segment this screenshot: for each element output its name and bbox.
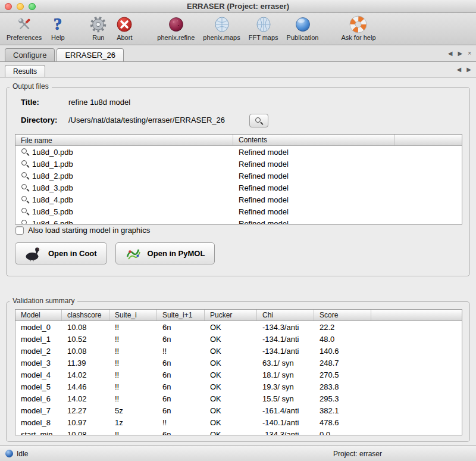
cell-pucker: OK: [205, 382, 257, 391]
cell-clashscore: 12.27: [62, 406, 109, 415]
column-header-empty: [371, 310, 462, 320]
cell-chi: -161.4/anti: [257, 406, 314, 415]
toolbar-button-phenix-refine[interactable]: phenix.refine: [153, 14, 199, 41]
toolbar-label: Preferences: [7, 34, 42, 41]
toolbar-label: Run: [92, 34, 104, 41]
validation-row[interactable]: model_1 10.52 !! 6n OK -134.1/anti 48.0: [15, 333, 462, 345]
file-row[interactable]: 1u8d_0.pdb Refined model: [15, 146, 462, 158]
fft-maps-mesh-icon: [255, 14, 272, 34]
file-row[interactable]: 1u8d_1.pdb Refined model: [15, 158, 462, 170]
toolbar-button-run[interactable]: Run: [85, 14, 111, 41]
toolbar-label: Ask for help: [341, 34, 375, 41]
checkbox-label[interactable]: Also load starting model in graphics: [28, 226, 150, 235]
validation-row[interactable]: start_min 10.08 !! 6n OK -134.3/anti 0.0: [15, 428, 462, 435]
toolbar-button-phenix-maps[interactable]: phenix.maps: [199, 14, 244, 41]
cell-model: model_8: [15, 418, 62, 427]
tab-close-icon[interactable]: ×: [468, 51, 471, 57]
validation-row[interactable]: model_5 14.46 !! 6n OK 19.3/ syn 283.8: [15, 381, 462, 393]
cell-pucker: OK: [205, 418, 257, 427]
browse-directory-button[interactable]: [249, 114, 268, 127]
magnifier-icon: [21, 219, 29, 225]
cell-clashscore: 10.08: [62, 430, 109, 436]
cell-suite-i: !!: [109, 347, 157, 356]
file-table-header: File name Contents: [15, 135, 462, 146]
cell-clashscore: 14.46: [62, 382, 109, 391]
cell-score: 22.2: [314, 323, 371, 332]
validation-row[interactable]: model_0 10.08 !! 6n OK -134.3/anti 22.2: [15, 321, 462, 333]
tab-configure[interactable]: Configure: [5, 48, 55, 61]
tab-results[interactable]: Results: [5, 65, 45, 77]
toolbar-button-ask-for-help[interactable]: Ask for help: [337, 14, 380, 41]
cell-score: 140.6: [314, 347, 371, 356]
zoom-button[interactable]: [29, 3, 36, 10]
cell-chi: 15.5/ syn: [257, 394, 314, 403]
column-header-pucker[interactable]: Pucker: [205, 310, 257, 320]
tab-scroll-right-icon[interactable]: ▶: [458, 51, 462, 57]
file-name: 1u8d_0.pdb: [32, 148, 73, 157]
file-name: 1u8d_4.pdb: [32, 195, 73, 204]
minimize-button[interactable]: [17, 3, 24, 10]
column-header-suite-i1[interactable]: Suite_i+1: [157, 310, 205, 320]
column-header-model[interactable]: Model: [15, 310, 62, 320]
cell-pucker: OK: [205, 335, 257, 344]
column-header-chi[interactable]: Chi: [257, 310, 314, 320]
cell-model: model_6: [15, 394, 62, 403]
file-row[interactable]: 1u8d_4.pdb Refined model: [15, 194, 462, 205]
validation-row[interactable]: model_7 12.27 5z 6n OK -161.4/anti 382.1: [15, 404, 462, 416]
magnifier-icon: [255, 117, 263, 125]
validation-row[interactable]: model_2 10.08 !! !! OK -134.1/anti 140.6: [15, 345, 462, 357]
cell-chi: 19.3/ syn: [257, 382, 314, 391]
cell-suite-i1: 6n: [157, 430, 205, 436]
tab-scroll-left-icon[interactable]: ◀: [457, 67, 462, 73]
tab-scroll-left-icon[interactable]: ◀: [448, 51, 453, 57]
validation-row[interactable]: model_8 10.97 1z !! OK -140.1/anti 478.6: [15, 416, 462, 428]
file-row[interactable]: 1u8d_5.pdb Refined model: [15, 205, 462, 217]
close-button[interactable]: [5, 3, 12, 10]
tab-label: Configure: [13, 51, 46, 60]
column-header-contents[interactable]: Contents: [233, 135, 395, 145]
file-name: 1u8d_2.pdb: [32, 172, 73, 180]
cell-chi: -140.1/anti: [257, 418, 314, 427]
file-contents: Refined model: [233, 183, 395, 192]
toolbar-button-publication[interactable]: Publication: [283, 14, 323, 41]
file-row[interactable]: 1u8d_3.pdb Refined model: [15, 182, 462, 194]
cell-clashscore: 14.02: [62, 394, 109, 403]
sub-tab-controls: ◀ ▶: [457, 67, 471, 73]
cell-pucker: OK: [205, 323, 257, 332]
cell-suite-i1: 6n: [157, 335, 205, 344]
cell-model: model_3: [15, 359, 62, 367]
tab-erraser-26[interactable]: ERRASER_26: [57, 48, 124, 61]
file-contents: Refined model: [233, 148, 395, 157]
cell-score: 0.0: [314, 430, 371, 436]
file-row[interactable]: 1u8d_2.pdb Refined model: [15, 170, 462, 182]
column-header-suite-i[interactable]: Suite_i: [109, 310, 157, 320]
cell-score: 248.7: [314, 359, 371, 367]
toolbar-button-preferences[interactable]: Preferences: [2, 14, 46, 41]
file-contents: Refined model: [233, 207, 395, 216]
toolbar-button-abort[interactable]: Abort: [111, 14, 137, 41]
cell-suite-i1: 6n: [157, 359, 205, 367]
cell-suite-i1: 6n: [157, 370, 205, 379]
cell-pucker: OK: [205, 347, 257, 356]
validation-row[interactable]: model_6 14.02 !! 6n OK 15.5/ syn 295.3: [15, 393, 462, 404]
file-row[interactable]: 1u8d_6.pdb Refined model: [15, 217, 462, 225]
cell-chi: 18.1/ syn: [257, 370, 314, 379]
validation-row[interactable]: model_4 14.02 !! 6n OK 18.1/ syn 270.5: [15, 369, 462, 381]
toolbar-button-help[interactable]: ? Help: [46, 14, 70, 41]
toolbar-button-fft-maps[interactable]: FFT maps: [245, 14, 283, 41]
cell-suite-i1: 6n: [157, 382, 205, 391]
validation-row[interactable]: model_3 11.39 !! 6n OK 63.1/ syn 248.7: [15, 357, 462, 369]
cell-chi: -134.3/anti: [257, 323, 314, 332]
column-header-file-name[interactable]: File name: [15, 135, 233, 145]
main-tab-bar: Configure ERRASER_26 ◀ ▶ ×: [0, 45, 476, 62]
column-header-score[interactable]: Score: [314, 310, 371, 320]
load-starting-model-checkbox[interactable]: [15, 226, 24, 235]
column-header-clashscore[interactable]: clashscore: [62, 310, 109, 320]
preferences-tools-icon: [15, 14, 33, 34]
button-label: Open in PyMOL: [148, 249, 205, 258]
open-in-coot-button[interactable]: Open in Coot: [15, 242, 107, 264]
open-in-pymol-button[interactable]: Open in PyMOL: [115, 242, 215, 264]
toolbar-label: FFT maps: [249, 34, 278, 41]
tab-scroll-right-icon[interactable]: ▶: [466, 67, 471, 73]
cell-pucker: OK: [205, 359, 257, 367]
